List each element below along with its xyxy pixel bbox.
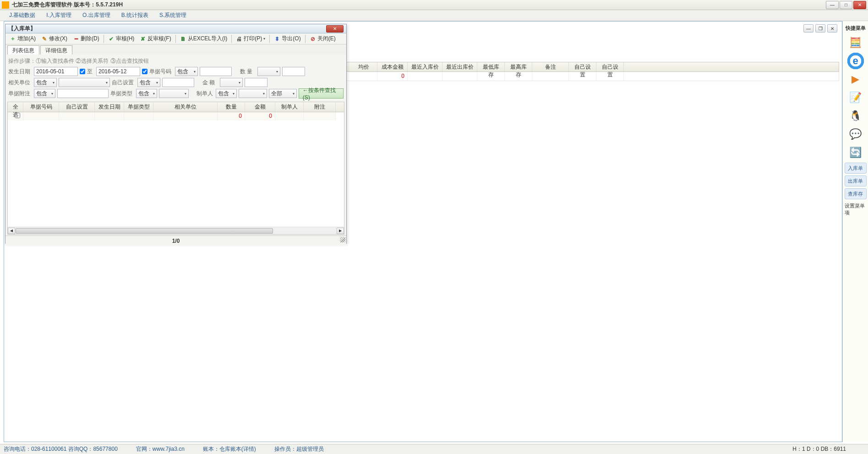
scroll-right-icon[interactable]: ▶ xyxy=(337,228,344,234)
amount-op-select[interactable]: ▾ xyxy=(220,78,243,87)
resize-grip[interactable] xyxy=(340,237,345,242)
quick-inbound[interactable]: 入库单 xyxy=(845,163,867,174)
print-label: 打印(P) xyxy=(244,35,262,43)
selfset-input[interactable] xyxy=(162,78,194,87)
date-to-check[interactable] xyxy=(142,69,147,74)
bg-col-remark[interactable]: 备注 xyxy=(532,62,569,71)
search-button[interactable]: ←按条件查找(S) xyxy=(299,88,344,98)
window-controls: — □ ✕ xyxy=(826,1,866,9)
docno-op-select[interactable]: 包含▾ xyxy=(175,67,198,76)
col-date[interactable]: 发生日期 xyxy=(95,102,124,112)
delete-button[interactable]: ━删除(D) xyxy=(71,34,102,44)
wechat-icon[interactable]: 💬 xyxy=(845,126,867,142)
scroll-left-icon[interactable]: ◀ xyxy=(8,228,15,234)
inbound-window-close[interactable]: ✕ xyxy=(326,25,344,33)
scroll-thumb[interactable] xyxy=(16,228,273,234)
unaudit-button[interactable]: ✘反审核(F) xyxy=(137,34,173,44)
col-creator[interactable]: 制单人 xyxy=(275,102,304,112)
date-from-input[interactable]: 2016-05-01 xyxy=(34,67,78,76)
mdi-restore[interactable]: ❐ xyxy=(815,24,825,33)
col-selfset[interactable]: 自己设置 xyxy=(59,102,95,112)
partner-select[interactable]: ▾ xyxy=(59,78,110,87)
bg-col-lastin[interactable]: 最近入库价 xyxy=(408,62,442,71)
quick-stock[interactable]: 查库存 xyxy=(845,188,867,199)
menu-reports[interactable]: B.统计报表 xyxy=(116,11,154,19)
media-icon[interactable]: ▶ xyxy=(845,71,867,88)
print-button[interactable]: 🖨打印(P)▾ xyxy=(234,34,267,44)
maximize-button[interactable]: □ xyxy=(840,1,852,9)
col-doctype[interactable]: 单据类型 xyxy=(124,102,153,112)
creator-select[interactable]: ▾ xyxy=(239,89,267,98)
notepad-icon[interactable]: 📝 xyxy=(845,89,867,106)
calculator-icon[interactable]: 🧮 xyxy=(845,34,867,51)
bg-col-maxstk[interactable]: 最高库存 xyxy=(505,62,532,71)
bg-col-cost[interactable]: 成本金额 xyxy=(377,62,408,71)
filter-panel: 操作步骤：①输入查找条件 ②选择关系符 ③点击查找按钮 发生日期 2016-05… xyxy=(5,55,346,101)
grid-hscrollbar[interactable]: ◀ ▶ xyxy=(8,227,344,234)
col-note[interactable]: 附注 xyxy=(304,102,336,112)
export-button[interactable]: ⬍导出(O) xyxy=(272,34,303,44)
tab-list[interactable]: 列表信息 xyxy=(7,45,39,55)
excel-label: 从EXCEL导入(I) xyxy=(188,35,228,43)
docnote-input[interactable] xyxy=(57,89,109,98)
edit-button[interactable]: ✎修改(X) xyxy=(39,34,70,44)
col-qty[interactable]: 数量 xyxy=(218,102,245,112)
audit-label: 审核(H) xyxy=(116,35,135,43)
label-date: 发生日期 xyxy=(8,68,32,76)
status-site[interactable]: 官网：www.7jia3.cn xyxy=(136,445,185,453)
minimize-button[interactable]: — xyxy=(826,1,839,9)
menu-system[interactable]: S.系统管理 xyxy=(154,11,192,19)
col-select[interactable]: 全选 xyxy=(8,102,23,112)
col-partner[interactable]: 相关单位 xyxy=(153,102,218,112)
creator-op-select[interactable]: 包含▾ xyxy=(216,89,237,98)
add-button[interactable]: ＋增加(A) xyxy=(7,34,38,44)
label-doctype: 单据类型 xyxy=(110,90,134,98)
bg-col-lastout[interactable]: 最近出库价 xyxy=(442,62,477,71)
pager: 1/0 xyxy=(5,235,346,246)
col-docno[interactable]: 单据号码 xyxy=(23,102,59,112)
mdi-controls: — ❐ ✕ xyxy=(803,24,837,33)
amount-input[interactable] xyxy=(245,78,267,87)
inbound-window-titlebar[interactable]: 【入库单】 ✕ xyxy=(5,24,346,33)
quick-settings[interactable]: 设置菜单项 xyxy=(845,201,867,218)
ie-icon[interactable]: e xyxy=(845,53,867,69)
date-from-check[interactable] xyxy=(80,69,85,74)
qty-input[interactable] xyxy=(282,67,305,76)
qq-icon[interactable]: 🐧 xyxy=(845,108,867,124)
partner-op-select[interactable]: 包含▾ xyxy=(34,78,57,87)
qty-op-select[interactable]: ▾ xyxy=(257,67,280,76)
titlebar: 七加三免费仓库管理软件 版本号：5.5.7.219H — □ ✕ xyxy=(0,0,868,10)
docnote-op-select[interactable]: 包含▾ xyxy=(34,89,55,98)
quick-outbound[interactable]: 出库单 xyxy=(845,175,867,186)
menu-inbound[interactable]: I.入库管理 xyxy=(41,11,77,19)
scope-select[interactable]: 全部▾ xyxy=(269,89,297,98)
excel-icon: 🗎 xyxy=(180,36,186,42)
menu-outbound[interactable]: O.出库管理 xyxy=(77,11,116,19)
status-account[interactable]: 账本：仓库账本(详情) xyxy=(203,445,256,453)
bg-col-avg[interactable]: 均价 xyxy=(350,62,377,71)
menu-basic-data[interactable]: J.基础数据 xyxy=(4,11,41,19)
delete-label: 删除(D) xyxy=(81,35,99,43)
quick-panel: 快捷菜单 🧮 e ▶ 📝 🐧 💬 🔄 入库单 出库单 查库存 设置菜单项 xyxy=(842,21,868,442)
selfset-op-select[interactable]: 包含▾ xyxy=(137,78,160,87)
sync-icon[interactable]: 🔄 xyxy=(845,144,867,161)
mdi-close[interactable]: ✕ xyxy=(827,24,837,33)
total-amount: 0 xyxy=(245,112,275,120)
bg-col-self2[interactable]: 自己设置 xyxy=(596,62,624,71)
close-doc-button[interactable]: ⊘关闭(E) xyxy=(307,34,338,44)
doctype-select[interactable]: ▾ xyxy=(159,89,189,98)
tab-detail[interactable]: 详细信息 xyxy=(40,45,72,55)
audit-button[interactable]: ✔审核(H) xyxy=(106,34,137,44)
inbound-grid-header: 全选 单据号码 自己设置 发生日期 单据类型 相关单位 数量 金额 制单人 附注 xyxy=(8,102,344,112)
docno-input[interactable] xyxy=(200,67,232,76)
close-icon: ⊘ xyxy=(310,36,316,42)
import-excel-button[interactable]: 🗎从EXCEL导入(I) xyxy=(178,34,230,44)
bg-col-self1[interactable]: 自己设置 xyxy=(569,62,596,71)
mdi-minimize[interactable]: — xyxy=(803,24,813,33)
col-amount[interactable]: 金额 xyxy=(245,102,275,112)
close-button[interactable]: ✕ xyxy=(853,1,866,9)
doctype-op-select[interactable]: 包含▾ xyxy=(136,89,158,98)
date-to-input[interactable]: 2016-05-12 xyxy=(96,67,140,76)
bg-col-minstk[interactable]: 最低库存 xyxy=(477,62,505,71)
bg-total-cost: 0 xyxy=(377,72,408,81)
